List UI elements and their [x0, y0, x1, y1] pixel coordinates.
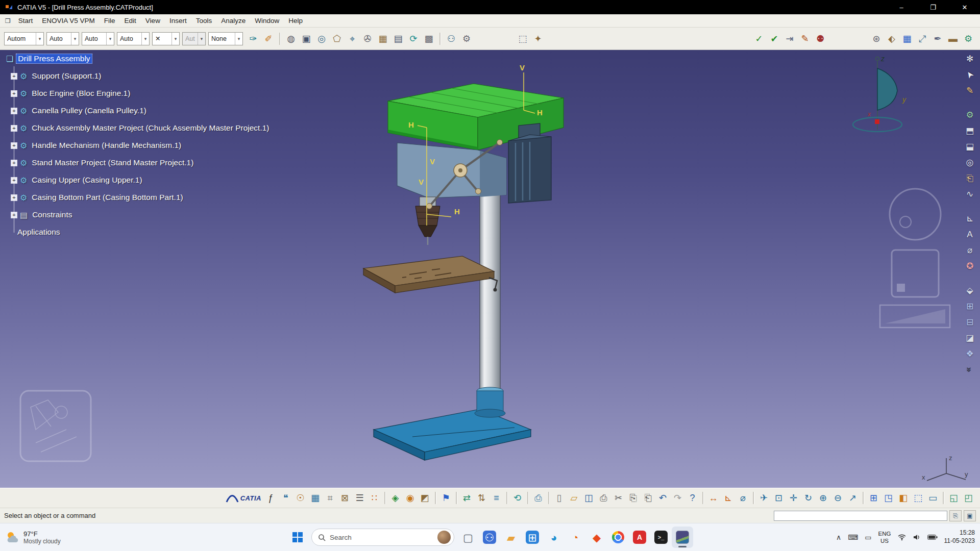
catalog-doc-icon[interactable]: ⬖: [884, 31, 899, 46]
taskbar-clock[interactable]: 15:28 11-05-2023: [944, 529, 975, 545]
menu-item[interactable]: ENOVIA V5 VPM: [37, 16, 100, 26]
maximize-icon[interactable]: ❐: [923, 1, 943, 14]
snapshot-icon[interactable]: ▣: [299, 31, 314, 46]
layers-icon[interactable]: ≡: [489, 491, 504, 506]
menu-item[interactable]: Help: [284, 16, 307, 26]
chevron-down-icon[interactable]: ▾: [71, 33, 79, 45]
redo-icon[interactable]: ↷: [670, 491, 685, 506]
tree-item[interactable]: + ▤ Constraints: [11, 208, 75, 221]
model-body[interactable]: [397, 143, 506, 198]
expander-icon[interactable]: +: [11, 142, 17, 149]
swap-space-icon[interactable]: ◱: [946, 491, 961, 506]
tree-item[interactable]: + ⚙ Support (Support.1): [11, 69, 103, 83]
import-icon[interactable]: ⇅: [474, 491, 489, 506]
combo-box[interactable]: ✕ ▾: [152, 32, 180, 45]
datum-link-icon[interactable]: ⇥: [782, 31, 797, 46]
tree-item[interactable]: + ⚙ Handle Mechanism (Handle Mechanism.1…: [11, 139, 183, 152]
more-tools-icon[interactable]: »: [963, 363, 977, 376]
expander-icon[interactable]: +: [11, 90, 17, 97]
measure-item-icon[interactable]: ⊾: [721, 491, 736, 506]
sparkle-icon[interactable]: ✦: [530, 31, 546, 46]
paint-style-icon[interactable]: ✑: [246, 31, 261, 46]
grid-frame-icon[interactable]: ▦: [375, 31, 390, 46]
chevron-down-icon[interactable]: ▾: [106, 33, 114, 45]
spray-paint-icon[interactable]: ✐: [261, 31, 276, 46]
menu-item[interactable]: Window: [250, 16, 284, 26]
attach-icon[interactable]: ✇: [360, 31, 375, 46]
app-edge-icon[interactable]: ◕: [543, 527, 565, 548]
gear-pair-icon[interactable]: ⚙: [459, 31, 474, 46]
swatch-icon[interactable]: ◩: [418, 491, 432, 506]
menu-item[interactable]: View: [141, 16, 165, 26]
tree-item[interactable]: + ⚙ Canella Pulley (Canella Pulley.1): [11, 104, 149, 117]
doc-edit-icon[interactable]: ⎘: [949, 510, 962, 521]
full-screen-icon[interactable]: ▭: [925, 491, 940, 506]
app-photos-icon[interactable]: [672, 527, 693, 548]
render-style-icon[interactable]: ◧: [896, 491, 911, 506]
speech-bubble-icon[interactable]: ❝: [278, 491, 293, 506]
mechanism-icon[interactable]: ▩: [421, 31, 436, 46]
expander-icon[interactable]: +: [11, 125, 17, 132]
print-icon[interactable]: ⎙: [596, 491, 611, 506]
preview-icon[interactable]: ◎: [314, 31, 329, 46]
chevron-down-icon[interactable]: ▾: [36, 33, 43, 45]
app-chrome-icon[interactable]: [607, 527, 629, 548]
tile-windows-icon[interactable]: ⊞: [963, 299, 977, 313]
lock-icon[interactable]: ⊠: [337, 491, 352, 506]
world-settings-icon[interactable]: ⚙: [961, 31, 976, 46]
axis-target-icon[interactable]: ⌖: [345, 31, 360, 46]
expander-icon[interactable]: +: [11, 160, 17, 166]
combo-box[interactable]: Autom ▾: [4, 32, 44, 45]
fly-mode-icon[interactable]: ✈: [756, 491, 771, 506]
tree-item[interactable]: + Applications: [15, 226, 62, 239]
menu-item[interactable]: Edit: [120, 16, 141, 26]
snap-grid-icon[interactable]: ∷: [367, 491, 382, 506]
pan-icon[interactable]: ✛: [786, 491, 801, 506]
chevron-down-icon[interactable]: ▾: [235, 33, 242, 45]
model-base[interactable]: [374, 409, 531, 460]
inertia-icon[interactable]: ⌀: [736, 491, 750, 506]
app-window-icon[interactable]: ▢: [457, 527, 479, 548]
minimize-icon[interactable]: –: [891, 1, 912, 14]
hide-show-icon[interactable]: ⬚: [911, 491, 925, 506]
combo-box[interactable]: Auto ▾: [117, 32, 150, 45]
panel-icon[interactable]: ▣: [964, 510, 976, 521]
touch-keyboard-icon[interactable]: ▭: [865, 533, 871, 541]
zoom-in-icon[interactable]: ⊕: [816, 491, 830, 506]
update-icon[interactable]: ✪: [963, 259, 977, 272]
multi-view-icon[interactable]: ⊞: [866, 491, 881, 506]
paste-special-icon[interactable]: ⇄: [459, 491, 474, 506]
zoom-out-icon[interactable]: ⊖: [830, 491, 845, 506]
share-sync-icon[interactable]: ⚇: [444, 31, 459, 46]
scanner-icon[interactable]: ⎙: [531, 491, 546, 506]
app-chat-icon[interactable]: ⚇: [479, 527, 500, 548]
menu-item[interactable]: Start: [14, 16, 38, 26]
structure-grid-icon[interactable]: ⌗: [323, 491, 337, 506]
flag-wedge-icon[interactable]: ⚑: [438, 491, 453, 506]
gear-part-icon[interactable]: ⚙: [963, 108, 977, 121]
expander-icon[interactable]: +: [11, 212, 17, 218]
copy-icon[interactable]: ⎘: [626, 491, 641, 506]
compass-origin[interactable]: [875, 119, 879, 124]
viewport-3d[interactable]: V H H V V H + ❏ Drill Press Assembly + ⚙: [0, 50, 980, 488]
paste-icon[interactable]: ⎗: [641, 491, 655, 506]
catalog-icon[interactable]: ⬙: [963, 284, 977, 297]
taskbar-search[interactable]: Search: [311, 529, 454, 546]
battery-icon[interactable]: [927, 534, 938, 540]
film-strip-icon[interactable]: ▤: [390, 31, 406, 46]
power-input-field[interactable]: [774, 511, 947, 521]
weather-widget[interactable]: 97°F Mostly cloudy: [5, 523, 61, 551]
frame-capture-icon[interactable]: ⬚: [515, 31, 530, 46]
formula-list-icon[interactable]: ☰: [352, 491, 367, 506]
menu-item[interactable]: File: [100, 16, 120, 26]
start-button[interactable]: [287, 527, 308, 548]
app-firefox-icon[interactable]: ◔: [565, 527, 586, 548]
volume-icon[interactable]: [913, 534, 921, 541]
annotate-pencil-icon[interactable]: ✎: [797, 31, 813, 46]
tree-item[interactable]: + ⚙ Casing Upper (Casing Upper.1): [11, 173, 144, 187]
tray-chevron-icon[interactable]: ∧: [836, 533, 841, 541]
open-icon[interactable]: ▱: [567, 491, 581, 506]
select-arrow-icon[interactable]: ➤: [963, 68, 977, 81]
design-table-icon[interactable]: ▦: [308, 491, 323, 506]
chevron-down-icon[interactable]: ▾: [172, 33, 179, 45]
